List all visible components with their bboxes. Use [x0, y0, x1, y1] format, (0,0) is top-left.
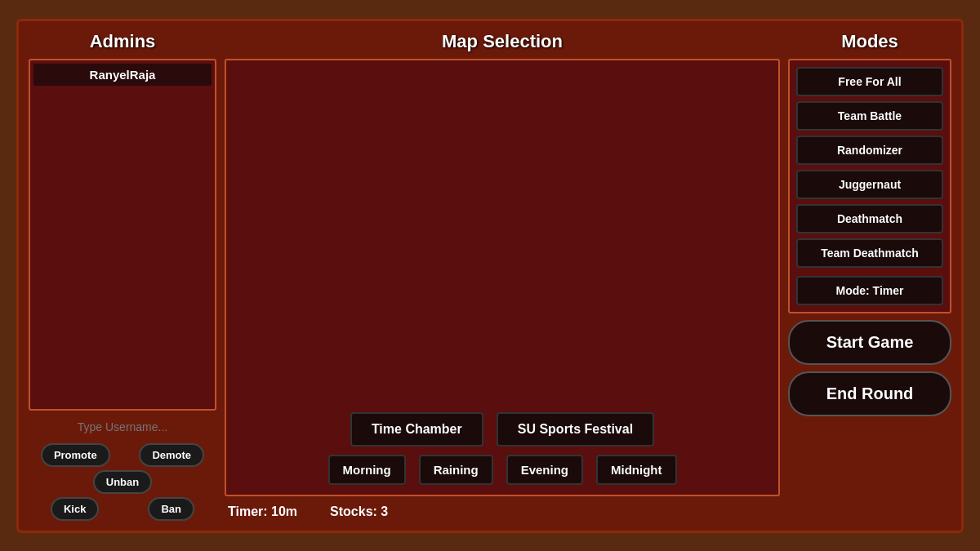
variants-row: Morning Raining Evening Midnight: [236, 455, 768, 485]
mode-timer-button[interactable]: Mode: Timer: [796, 276, 943, 305]
left-panel: Admins RanyelRaja Promote Demote Unban K…: [29, 31, 216, 521]
modes-box: Free For All Team Battle Randomizer Jugg…: [788, 59, 951, 313]
center-panel: Map Selection Time Chamber SU Sports Fes…: [225, 31, 780, 521]
modes-title: Modes: [788, 31, 951, 52]
map-selection-title: Map Selection: [225, 31, 780, 52]
mode-randomizer[interactable]: Randomizer: [796, 136, 943, 165]
mode-team-battle[interactable]: Team Battle: [796, 101, 943, 131]
variant-evening[interactable]: Evening: [506, 455, 583, 485]
bottom-info: Timer: 10m Stocks: 3: [225, 503, 780, 521]
mode-deathmatch[interactable]: Deathmatch: [796, 204, 943, 233]
maps-row: Time Chamber SU Sports Festival: [236, 412, 768, 447]
btn-row-3: Kick Ban: [29, 497, 216, 521]
mode-free-for-all[interactable]: Free For All: [796, 67, 943, 96]
variant-midnight[interactable]: Midnight: [596, 455, 676, 485]
end-round-button[interactable]: End Round: [788, 371, 951, 416]
timer-label: Timer: 10m: [228, 504, 297, 519]
stocks-label: Stocks: 3: [330, 504, 388, 519]
kick-button[interactable]: Kick: [51, 497, 99, 521]
promote-button[interactable]: Promote: [41, 443, 110, 467]
demote-button[interactable]: Demote: [139, 443, 204, 467]
admins-title: Admins: [29, 31, 216, 52]
unban-button[interactable]: Unban: [93, 470, 152, 494]
mode-juggernaut[interactable]: Juggernaut: [796, 170, 943, 199]
username-input[interactable]: [29, 417, 216, 437]
btn-row-1: Promote Demote: [29, 443, 216, 467]
map-time-chamber[interactable]: Time Chamber: [350, 412, 483, 447]
admin-buttons-row: Promote Demote Unban Kick Ban: [29, 443, 216, 521]
ban-button[interactable]: Ban: [148, 497, 194, 521]
mode-team-deathmatch[interactable]: Team Deathmatch: [796, 238, 943, 268]
map-su-sports-festival[interactable]: SU Sports Festival: [497, 412, 654, 447]
admin-item: RanyelRaja: [33, 64, 212, 86]
admins-list-box: RanyelRaja: [29, 59, 216, 411]
right-panel: Modes Free For All Team Battle Randomize…: [788, 31, 951, 521]
btn-row-2: Unban: [29, 470, 216, 494]
variant-morning[interactable]: Morning: [328, 455, 406, 485]
main-container: Admins RanyelRaja Promote Demote Unban K…: [16, 19, 964, 533]
map-selection-box: Time Chamber SU Sports Festival Morning …: [225, 59, 780, 496]
variant-raining[interactable]: Raining: [419, 455, 493, 485]
start-game-button[interactable]: Start Game: [788, 320, 951, 365]
